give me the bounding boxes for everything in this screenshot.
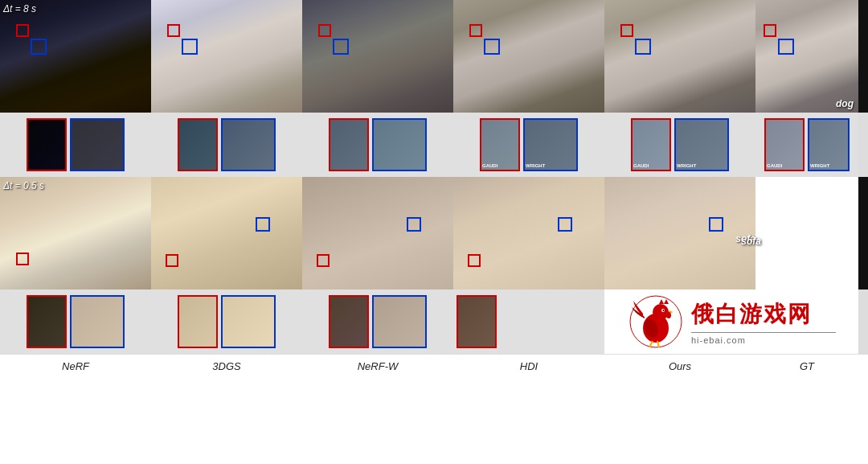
hdi-sofa-crop-red [457, 295, 497, 348]
svg-point-2 [653, 304, 669, 320]
page-wrapper: Δt = 8 s [0, 0, 868, 464]
ours-dog-large [604, 0, 755, 113]
delta-t-label: Δt = 8 s [3, 3, 36, 14]
red-box-ours-dog [620, 24, 633, 37]
label-nerf: NeRF [0, 355, 151, 377]
nerf-dog-crop-red [27, 118, 67, 171]
dgs-sofa-crops [151, 289, 302, 354]
red-box-hdi-sofa [468, 254, 481, 267]
gt-dog-crops: GAUDI WRIGHT [755, 113, 858, 177]
label-dgs: 3DGS [151, 355, 302, 377]
nerf-sofa-crops [0, 289, 151, 354]
ours-dog-crop-red: GAUDI [631, 118, 671, 171]
chinese-text: 俄白游戏网 [691, 299, 812, 330]
blue-box-gt-dog [778, 39, 794, 55]
label-ours: Ours [604, 355, 755, 377]
dgs-sofa-crop-blue [221, 295, 276, 348]
hdi-sofa-large [453, 177, 604, 289]
sofa-scene-label-overlay: sofa [741, 236, 761, 247]
hdi-dog-large [453, 0, 604, 113]
ours-dog-crop-blue: WRIGHT [674, 118, 729, 171]
red-box-nerfw-dog [318, 24, 331, 37]
red-box-gt-dog [764, 24, 776, 37]
delta-t-bottom-label: Δt = 0.5 s [3, 180, 44, 191]
nerfw-dog-large [302, 0, 453, 113]
nerf-sofa-crop-red [27, 295, 67, 348]
svg-point-7 [666, 312, 671, 318]
dgs-dog-large [151, 0, 302, 113]
blue-box-nerfw-dog [333, 39, 349, 55]
red-box-nerfw-sofa [317, 254, 330, 267]
nerf-dog-crops [0, 113, 151, 177]
gt-dog-large: dog [755, 0, 858, 113]
blue-box-nerf-dog [31, 39, 47, 55]
dgs-dog-crop-blue [221, 118, 276, 171]
label-hdi: HDI [453, 355, 604, 377]
blue-box-dgs-sofa [256, 217, 270, 232]
red-box-nerf-dog [16, 24, 29, 37]
rooster-icon [627, 293, 685, 351]
red-box-dgs-sofa [166, 254, 178, 267]
nerf-sofa-crop-blue [70, 295, 125, 348]
red-box-hdi-dog [469, 24, 482, 37]
dgs-sofa-crop-red [178, 295, 218, 348]
logo-area: 俄白游戏网 hi-ebai.com [604, 289, 858, 354]
ours-dog-crops: GAUDI WRIGHT [604, 113, 755, 177]
hdi-dog-crops: GAUDI WRIGHT [453, 113, 604, 177]
nerfw-dog-crop-red [329, 118, 369, 171]
dgs-sofa-large [151, 177, 302, 289]
nerf-dog-large: Δt = 8 s [0, 0, 151, 113]
nerf-dog-crop-blue [70, 118, 125, 171]
blue-box-ours-dog [635, 39, 651, 55]
nerf-sofa-large: Δt = 0.5 s [0, 177, 151, 289]
nerfw-sofa-crop-red [329, 295, 369, 348]
dgs-dog-crops [151, 113, 302, 177]
nerfw-sofa-crops [302, 289, 453, 354]
nerfw-dog-crops [302, 113, 453, 177]
hdi-dog-crop-blue: WRIGHT [523, 118, 578, 171]
svg-point-6 [663, 310, 665, 311]
nerfw-sofa-large [302, 177, 453, 289]
label-gt: GT [755, 355, 858, 377]
nerfw-sofa-crop-blue [372, 295, 427, 348]
red-box-nerf-sofa [16, 253, 29, 265]
blue-box-dgs-dog [182, 39, 198, 55]
blue-box-nerfw-sofa [407, 217, 421, 232]
blue-box-ours-sofa [709, 217, 723, 232]
red-box-dgs-dog [167, 24, 180, 37]
blue-box-hdi-sofa [558, 217, 572, 232]
gt-dog-crop-blue: WRIGHT [808, 118, 850, 171]
dgs-dog-crop-red [178, 118, 218, 171]
blue-box-hdi-dog [484, 39, 500, 55]
nerfw-dog-crop-blue [372, 118, 427, 171]
hdi-sofa-crops [453, 289, 604, 354]
gt-dog-crop-red: GAUDI [764, 118, 805, 171]
hdi-dog-crop-red: GAUDI [480, 118, 520, 171]
scene-label-dog: dog [836, 98, 854, 109]
label-nerfw: NeRF-W [302, 355, 453, 377]
ours-sofa-large [604, 177, 755, 289]
logo-placeholder: sofa [755, 177, 858, 289]
website-text: hi-ebai.com [691, 335, 746, 345]
